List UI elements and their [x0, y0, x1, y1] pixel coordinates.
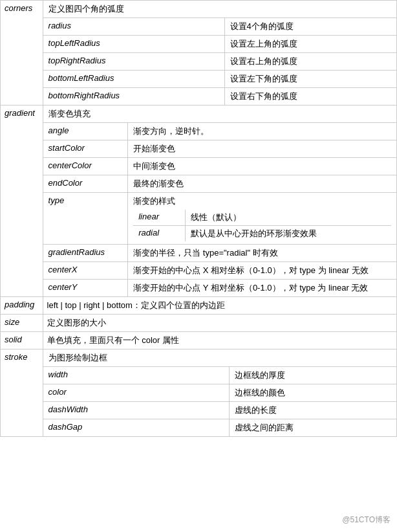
section-label-solid: solid — [1, 332, 43, 349]
prop-name-cell: width — [43, 367, 230, 384]
prop-name-cell: centerY — [43, 280, 128, 297]
nested-prop-cell: radial — [133, 226, 185, 242]
table-row: width边框线的厚度 — [43, 367, 396, 384]
prop-name-cell: startColor — [43, 140, 128, 158]
section-row-solid: solid单色填充，里面只有一个 color 属性 — [1, 332, 397, 349]
section-label-corners: corners — [1, 1, 43, 105]
section-desc-solid: 单色填充，里面只有一个 color 属性 — [43, 332, 396, 349]
section-desc-padding: left | top | right | bottom：定义四个位置的内边距 — [43, 297, 396, 315]
table-row: gradientRadius渐变的半径，只当 type="radial" 时有效 — [43, 245, 396, 262]
section-top-desc-corners: 定义图四个角的弧度 — [43, 1, 396, 18]
prop-name-cell: dashGap — [43, 419, 230, 437]
prop-name-cell: dashWidth — [43, 402, 230, 419]
desc-cell: 设置4个角的弧度 — [224, 18, 396, 36]
prop-name-cell: centerX — [43, 262, 128, 280]
table-row: topRightRadius设置右上角的弧度 — [43, 53, 396, 71]
desc-cell: 边框线的颜色 — [230, 384, 396, 402]
desc-cell: 渐变的半径，只当 type="radial" 时有效 — [128, 245, 396, 262]
desc-cell: 最终的渐变色 — [128, 175, 396, 193]
section-desc-size: 定义图形的大小 — [43, 315, 396, 332]
nested-prop-cell: linear — [133, 210, 185, 226]
table-row: centerColor中间渐变色 — [43, 158, 396, 175]
prop-name-cell: centerColor — [43, 158, 128, 175]
inner-table-corners: radius设置4个角的弧度topLeftRadius设置左上角的弧度topRi… — [43, 18, 396, 105]
table-row: startColor开始渐变色 — [43, 140, 396, 158]
table-row: centerX渐变开始的中心点 X 相对坐标（0-1.0），对 type 为 l… — [43, 262, 396, 280]
table-row: angle渐变方向，逆时针。 — [43, 123, 396, 140]
table-row: bottomLeftRadius设置左下角的弧度 — [43, 71, 396, 88]
section-row-gradient: gradient渐变色填充angle渐变方向，逆时针。startColor开始渐… — [1, 105, 397, 297]
table-row: bottomRightRadius设置右下角的弧度 — [43, 88, 396, 105]
section-content-gradient: 渐变色填充angle渐变方向，逆时针。startColor开始渐变色center… — [43, 105, 396, 297]
table-row: type渐变的样式linear线性（默认）radial默认是从中心开始的环形渐变… — [43, 193, 396, 245]
section-label-size: size — [1, 315, 43, 332]
section-content-stroke: 为图形绘制边框width边框线的厚度color边框线的颜色dashWidth虚线… — [43, 349, 396, 437]
table-row: color边框线的颜色 — [43, 384, 396, 402]
table-row: topLeftRadius设置左上角的弧度 — [43, 36, 396, 53]
watermark: @51CTO博客 — [342, 515, 391, 526]
desc-cell: 渐变方向，逆时针。 — [128, 123, 396, 140]
prop-name-cell: topLeftRadius — [43, 36, 224, 53]
desc-cell: 设置左上角的弧度 — [224, 36, 396, 53]
desc-cell: 边框线的厚度 — [230, 367, 396, 384]
desc-cell: 虚线之间的距离 — [230, 419, 396, 437]
table-row: radius设置4个角的弧度 — [43, 18, 396, 36]
prop-name-cell: bottomRightRadius — [43, 88, 224, 105]
inner-table-stroke: width边框线的厚度color边框线的颜色dashWidth虚线的长度dash… — [43, 367, 396, 436]
prop-name-cell: endColor — [43, 175, 128, 193]
table-row: endColor最终的渐变色 — [43, 175, 396, 193]
section-label-gradient: gradient — [1, 105, 43, 297]
section-row-size: size定义图形的大小 — [1, 315, 397, 332]
desc-cell: 设置左下角的弧度 — [224, 71, 396, 88]
desc-cell: 中间渐变色 — [128, 158, 396, 175]
desc-cell: 设置右下角的弧度 — [224, 88, 396, 105]
table-row: dashWidth虚线的长度 — [43, 402, 396, 419]
section-row-stroke: stroke为图形绘制边框width边框线的厚度color边框线的颜色dashW… — [1, 349, 397, 437]
nested-desc-cell: 默认是从中心开始的环形渐变效果 — [185, 226, 391, 242]
section-row-corners: corners定义图四个角的弧度radius设置4个角的弧度topLeftRad… — [1, 1, 397, 105]
desc-cell: 渐变的样式linear线性（默认）radial默认是从中心开始的环形渐变效果 — [128, 193, 396, 245]
desc-cell: 虚线的长度 — [230, 402, 396, 419]
nested-desc-cell: 线性（默认） — [185, 210, 391, 226]
prop-name-cell: gradientRadius — [43, 245, 128, 262]
desc-cell: 设置右上角的弧度 — [224, 53, 396, 71]
nested-table: linear线性（默认）radial默认是从中心开始的环形渐变效果 — [133, 210, 391, 241]
section-content-corners: 定义图四个角的弧度radius设置4个角的弧度topLeftRadius设置左上… — [43, 1, 396, 105]
main-table: corners定义图四个角的弧度radius设置4个角的弧度topLeftRad… — [0, 0, 397, 437]
section-top-desc-gradient: 渐变色填充 — [43, 105, 396, 123]
table-row: linear线性（默认） — [133, 210, 391, 226]
desc-cell: 渐变开始的中心点 X 相对坐标（0-1.0），对 type 为 linear 无… — [128, 262, 396, 280]
section-label-stroke: stroke — [1, 349, 43, 437]
section-row-padding: paddingleft | top | right | bottom：定义四个位… — [1, 297, 397, 315]
section-label-padding: padding — [1, 297, 43, 315]
table-row: centerY渐变开始的中心点 Y 相对坐标（0-1.0），对 type 为 l… — [43, 280, 396, 297]
inner-table-gradient: angle渐变方向，逆时针。startColor开始渐变色centerColor… — [43, 123, 396, 296]
desc-cell: 渐变开始的中心点 Y 相对坐标（0-1.0），对 type 为 linear 无… — [128, 280, 396, 297]
section-top-desc-stroke: 为图形绘制边框 — [43, 349, 396, 367]
prop-name-cell: bottomLeftRadius — [43, 71, 224, 88]
table-row: radial默认是从中心开始的环形渐变效果 — [133, 226, 391, 242]
desc-cell: 开始渐变色 — [128, 140, 396, 158]
prop-name-cell: topRightRadius — [43, 53, 224, 71]
prop-name-cell: color — [43, 384, 230, 402]
prop-name-cell: type — [43, 193, 128, 245]
prop-name-cell: radius — [43, 18, 224, 36]
table-row: dashGap虚线之间的距离 — [43, 419, 396, 437]
prop-name-cell: angle — [43, 123, 128, 140]
